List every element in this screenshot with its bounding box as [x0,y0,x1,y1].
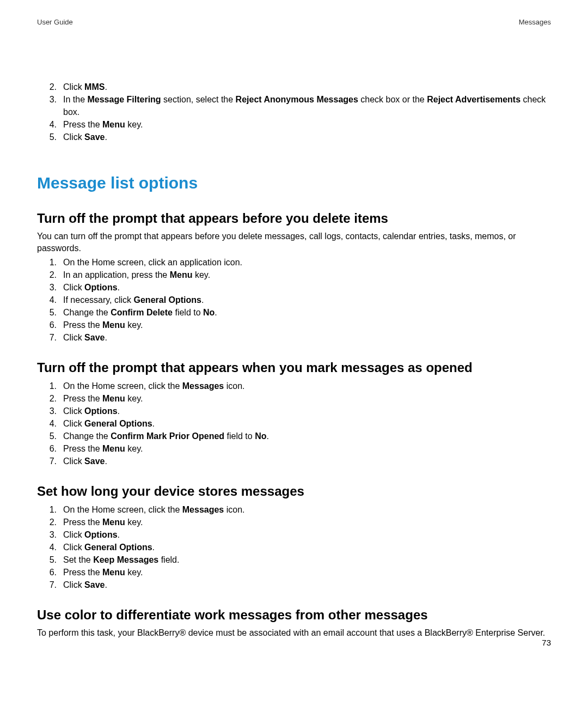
step-number: 4. [42,118,63,131]
step-text: In an application, press the Menu key. [63,269,551,281]
step-row: 7.Click Save. [42,579,551,591]
step-text: Press the Menu key. [63,392,551,405]
step-row: 3.Click Options. [42,528,551,541]
step-number: 2. [42,269,63,281]
step-text: On the Home screen, click the Messages i… [63,380,551,392]
section-intro: To perform this task, your BlackBerry® d… [37,627,551,639]
section-heading-h2: Use color to differentiate work messages… [37,607,551,623]
step-number: 5. [42,131,63,143]
step-number: 5. [42,306,63,319]
step-number: 5. [42,430,63,442]
step-row: 4.If necessary, click General Options. [42,294,551,306]
section-heading-h1: Message list options [37,174,551,192]
step-row: 1.On the Home screen, click an applicati… [42,256,551,269]
section-heading-h2: Turn off the prompt that appears before … [37,211,551,226]
step-row: 2.Press the Menu key. [42,392,551,405]
step-number: 2. [42,81,63,93]
page-header: User Guide Messages [37,18,551,26]
step-row: 6.Press the Menu key. [42,442,551,455]
page-number: 73 [542,638,551,647]
step-number: 4. [42,417,63,430]
step-number: 6. [42,566,63,579]
step-list: 1.On the Home screen, click the Messages… [42,380,551,467]
step-row: 2.Click MMS. [42,81,551,93]
step-text: Set the Keep Messages field. [63,553,551,566]
step-number: 3. [42,281,63,294]
step-row: 5.Change the Confirm Delete field to No. [42,306,551,319]
doc-section: Set how long your device stores messages… [37,484,551,591]
step-number: 1. [42,380,63,392]
step-row: 3.Click Options. [42,405,551,417]
step-number: 7. [42,455,63,467]
step-list: 1.On the Home screen, click an applicati… [42,256,551,344]
step-row: 1.On the Home screen, click the Messages… [42,503,551,516]
step-number: 6. [42,442,63,455]
step-number: 7. [42,331,63,344]
step-text: Click Save. [63,131,551,143]
step-row: 3.Click Options. [42,281,551,294]
header-left: User Guide [37,18,73,26]
step-number: 2. [42,516,63,528]
step-number: 3. [42,528,63,541]
step-row: 2.In an application, press the Menu key. [42,269,551,281]
step-text: Press the Menu key. [63,442,551,455]
step-text: Click Options. [63,405,551,417]
header-right: Messages [519,18,551,26]
section-heading-h2: Turn off the prompt that appears when yo… [37,360,551,375]
step-row: 1.On the Home screen, click the Messages… [42,380,551,392]
step-row: 4.Press the Menu key. [42,118,551,131]
step-row: 6.Press the Menu key. [42,319,551,331]
step-text: Click Options. [63,281,551,294]
step-row: 7.Click Save. [42,331,551,344]
step-number: 2. [42,392,63,405]
step-row: 5.Set the Keep Messages field. [42,553,551,566]
step-row: 4.Click General Options. [42,541,551,553]
step-text: Press the Menu key. [63,566,551,579]
section-intro: You can turn off the prompt that appears… [37,230,551,254]
step-text: Press the Menu key. [63,516,551,528]
step-row: 2.Press the Menu key. [42,516,551,528]
step-number: 6. [42,319,63,331]
step-row: 5.Click Save. [42,131,551,143]
doc-section: Turn off the prompt that appears when yo… [37,360,551,467]
step-row: 7.Click Save. [42,455,551,467]
continued-step-list: 2.Click MMS.3.In the Message Filtering s… [42,81,551,143]
step-text: Click Options. [63,528,551,541]
doc-section: Use color to differentiate work messages… [37,607,551,639]
step-text: Click MMS. [63,81,551,93]
step-number: 4. [42,541,63,553]
step-number: 5. [42,553,63,566]
step-text: Change the Confirm Mark Prior Opened fie… [63,430,551,442]
step-number: 3. [42,93,63,106]
step-list: 1.On the Home screen, click the Messages… [42,503,551,591]
step-text: Click Save. [63,331,551,344]
step-row: 4.Click General Options. [42,417,551,430]
step-text: Click Save. [63,455,551,467]
step-text: In the Message Filtering section, select… [63,93,551,118]
step-text: Click Save. [63,579,551,591]
step-number: 3. [42,405,63,417]
step-text: Press the Menu key. [63,118,551,131]
section-heading-h2: Set how long your device stores messages [37,484,551,499]
step-number: 4. [42,294,63,306]
step-text: If necessary, click General Options. [63,294,551,306]
step-number: 1. [42,256,63,269]
step-text: On the Home screen, click an application… [63,256,551,269]
step-text: Click General Options. [63,541,551,553]
page: User Guide Messages 2.Click MMS.3.In the… [0,0,588,706]
step-row: 5.Change the Confirm Mark Prior Opened f… [42,430,551,442]
step-text: Press the Menu key. [63,319,551,331]
step-number: 7. [42,579,63,591]
step-text: Click General Options. [63,417,551,430]
doc-section: Turn off the prompt that appears before … [37,211,551,344]
step-number: 1. [42,503,63,516]
step-row: 6.Press the Menu key. [42,566,551,579]
step-row: 3.In the Message Filtering section, sele… [42,93,551,118]
step-text: On the Home screen, click the Messages i… [63,503,551,516]
step-text: Change the Confirm Delete field to No. [63,306,551,319]
